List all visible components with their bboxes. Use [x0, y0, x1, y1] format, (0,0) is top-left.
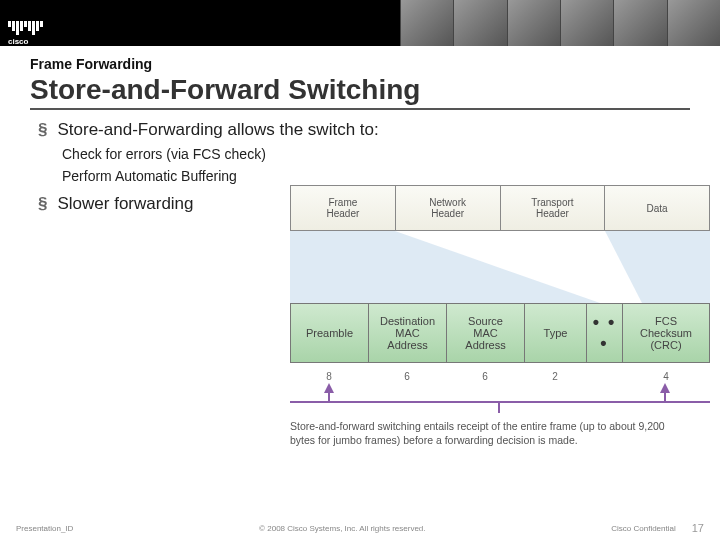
layer-network-header: Network Header [396, 185, 501, 231]
t: Header [326, 208, 359, 219]
cell-fcs: FCS Checksum (CRC) [623, 304, 709, 362]
t: MAC [473, 327, 497, 339]
t: Network [429, 197, 466, 208]
t: FCS [655, 315, 677, 327]
t: Address [387, 339, 427, 351]
cell-type: Type [525, 304, 587, 362]
banner-photos [400, 0, 720, 46]
cell-dest-mac: Destination MAC Address [369, 304, 447, 362]
bullet-1b: Perform Automatic Buffering [62, 168, 690, 184]
diagram-caption: Store-and-forward switching entails rece… [290, 419, 710, 447]
cell-ellipsis-icon: • • • [587, 304, 623, 362]
layer-data: Data [605, 185, 710, 231]
cell-src-mac: Source MAC Address [447, 304, 525, 362]
t: Transport [531, 197, 573, 208]
t: Frame [328, 197, 357, 208]
cisco-logo: cisco [0, 0, 80, 46]
ethernet-frame-row: Preamble Destination MAC Address Source … [290, 303, 710, 363]
svg-marker-1 [605, 231, 710, 303]
t: Destination [380, 315, 435, 327]
logo-bars-icon [8, 21, 80, 35]
confidential-label: Cisco Confidential [611, 524, 675, 533]
cell-preamble: Preamble [291, 304, 369, 362]
logo-text: cisco [8, 37, 80, 46]
layer-frame-header: Frame Header [290, 185, 396, 231]
t: Checksum [640, 327, 692, 339]
byte-v: 6 [368, 371, 446, 382]
byte-v: 8 [290, 371, 368, 382]
frame-diagram: Frame Header Network Header Transport He… [290, 185, 710, 447]
t: Type [544, 327, 568, 339]
expansion-fan-icon [290, 231, 710, 303]
bullet-1: Store-and-Forwarding allows the switch t… [38, 120, 690, 140]
page-number: 17 [692, 522, 704, 534]
t: Store-and-forward switching entails rece… [290, 419, 710, 433]
slide-title: Store-and-Forward Switching [30, 74, 690, 110]
footer: Presentation_ID © 2008 Cisco Systems, In… [0, 522, 720, 534]
t: • • • [589, 312, 620, 354]
t: bytes for jumbo frames) before a forward… [290, 433, 710, 447]
slide-kicker: Frame Forwarding [30, 56, 690, 72]
t: MAC [395, 327, 419, 339]
bullet-1a: Check for errors (via FCS check) [62, 146, 690, 162]
copyright: © 2008 Cisco Systems, Inc. All rights re… [73, 524, 611, 533]
svg-marker-0 [290, 231, 600, 303]
t: Address [465, 339, 505, 351]
t: Header [536, 208, 569, 219]
t: Header [431, 208, 464, 219]
presentation-id: Presentation_ID [16, 524, 73, 533]
t: Source [468, 315, 503, 327]
t: Data [647, 203, 668, 214]
byte-v: 2 [524, 371, 586, 382]
t: Preamble [306, 327, 353, 339]
layer-transport-header: Transport Header [501, 185, 606, 231]
byte-v: 4 [622, 371, 710, 382]
top-banner: cisco [0, 0, 720, 46]
pdu-layers-row: Frame Header Network Header Transport He… [290, 185, 710, 231]
bytes-row: Bytes 8 6 6 2 4 [290, 367, 710, 385]
byte-v: 6 [446, 371, 524, 382]
t: (CRC) [650, 339, 681, 351]
range-pointer-icon [290, 387, 710, 413]
